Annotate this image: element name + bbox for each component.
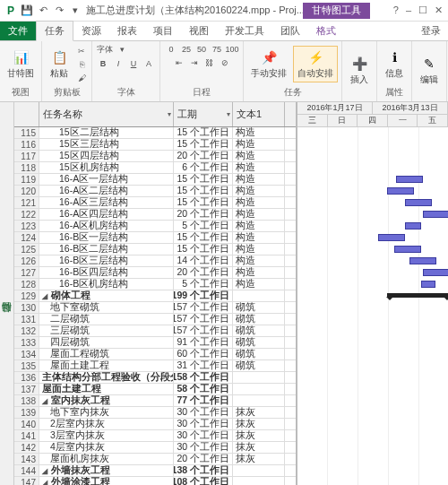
gantt-bar[interactable]	[387, 187, 414, 195]
text1-cell[interactable]	[233, 465, 285, 476]
row-id[interactable]: 141	[14, 430, 39, 441]
bold-button[interactable]: B	[96, 57, 110, 70]
row-id[interactable]: 138	[14, 395, 39, 406]
task-name-cell[interactable]: 16-A区二层结构	[39, 186, 174, 196]
tab-format[interactable]: 格式	[308, 22, 344, 40]
table-row[interactable]: 12316-A区机房结构5 个工作日构造	[14, 221, 296, 232]
table-row[interactable]: 12716-B区四层结构20 个工作日构造	[14, 267, 296, 279]
task-name-cell[interactable]: 二层砌筑	[39, 314, 174, 325]
text1-cell[interactable]: 构造	[233, 151, 285, 161]
task-name-cell[interactable]: ◢砌体工程	[39, 290, 174, 301]
task-name-cell[interactable]: 16-A区一层结构	[39, 174, 174, 185]
task-name-cell[interactable]: ◢外墙抹灰工程	[39, 465, 174, 476]
text1-cell[interactable]: 抹灰	[233, 442, 285, 453]
task-name-cell[interactable]: 15区四层结构	[39, 151, 174, 161]
minimize-icon[interactable]: –	[406, 4, 411, 16]
row-id[interactable]: 130	[14, 302, 39, 313]
table-row[interactable]: 11815区机房结构6 个工作日构造	[14, 162, 296, 174]
col-id[interactable]	[14, 102, 39, 126]
redo-icon[interactable]: ↷	[52, 4, 66, 18]
pct-50-icon[interactable]: 50	[194, 43, 209, 56]
col-duration[interactable]: 工期▾	[174, 102, 233, 126]
table-row[interactable]: 143屋面机房抹灰20 个工作日抹灰	[14, 454, 296, 465]
text1-cell[interactable]: 构造	[233, 267, 285, 278]
collapse-icon[interactable]: ◢	[42, 397, 50, 405]
row-id[interactable]: 131	[14, 314, 39, 325]
gantt-bar[interactable]	[423, 211, 448, 218]
gantt-bar[interactable]	[396, 176, 423, 183]
grid-body[interactable]: 11515区二层结构15 个工作日构造11615区三层结构15 个工作日构造11…	[14, 127, 296, 485]
info-button[interactable]: ℹ信息	[381, 47, 408, 82]
task-name-cell[interactable]: 15区机房结构	[39, 162, 174, 173]
duration-cell[interactable]: 138 个工作日	[174, 465, 233, 476]
duration-cell[interactable]: 5 个工作日	[174, 221, 233, 231]
unlink-icon[interactable]: ⊘	[218, 56, 232, 69]
duration-cell[interactable]: 6 个工作日	[174, 162, 233, 173]
row-id[interactable]: 139	[14, 407, 39, 418]
row-id[interactable]: 134	[14, 349, 39, 359]
table-row[interactable]: 134屋面工程砌筑60 个工作日砌筑	[14, 349, 296, 360]
table-row[interactable]: 144◢外墙抹灰工程138 个工作日	[14, 465, 296, 477]
table-row[interactable]: 12416-B区一层结构15 个工作日构造	[14, 232, 296, 244]
table-row[interactable]: 12216-A区四层结构20 个工作日构造	[14, 209, 296, 221]
gantt-view-button[interactable]: 📊甘特图	[4, 47, 38, 82]
task-name-cell[interactable]: 4层室内抹灰	[39, 442, 174, 453]
view-side-label[interactable]: 甘特图	[0, 102, 14, 485]
copy-icon[interactable]: ⎘	[75, 58, 88, 71]
row-id[interactable]: 126	[14, 255, 39, 266]
text1-cell[interactable]: 抹灰	[233, 419, 285, 429]
task-name-cell[interactable]: ◢外墙涂漆工程	[39, 477, 174, 485]
edit-button[interactable]: ✎编辑	[416, 53, 443, 88]
text1-cell[interactable]: 构造	[233, 127, 285, 138]
task-name-cell[interactable]: 地下室内抹灰	[39, 407, 174, 418]
table-row[interactable]: 129◢砌体工程199 个工作日	[14, 290, 296, 302]
duration-cell[interactable]: 30 个工作日	[174, 430, 233, 441]
task-name-cell[interactable]: 16-B区机房结构	[39, 279, 174, 290]
tab-task[interactable]: 任务	[36, 21, 73, 41]
task-name-cell[interactable]: 屋面机房抹灰	[39, 454, 174, 464]
table-row[interactable]: 135屋面土建工程31 个工作日砌筑	[14, 360, 296, 372]
row-id[interactable]: 147	[14, 477, 39, 485]
duration-cell[interactable]: 157 个工作日	[174, 325, 233, 336]
row-id[interactable]: 127	[14, 267, 39, 278]
duration-cell[interactable]: 60 个工作日	[174, 349, 233, 359]
duration-cell[interactable]: 30 个工作日	[174, 442, 233, 453]
gantt-bar[interactable]	[405, 199, 432, 206]
duration-cell[interactable]: 20 个工作日	[174, 454, 233, 464]
tab-file[interactable]: 文件	[0, 22, 36, 40]
row-id[interactable]: 137	[14, 384, 39, 394]
save-icon[interactable]: 💾	[20, 4, 34, 18]
row-id[interactable]: 115	[14, 127, 39, 138]
table-row[interactable]: 12116-A区三层结构15 个工作日构造	[14, 197, 296, 209]
task-name-cell[interactable]: 地下室砌筑	[39, 302, 174, 313]
chevron-down-icon[interactable]: ▾	[227, 110, 230, 118]
text1-cell[interactable]: 抹灰	[233, 430, 285, 441]
task-name-cell[interactable]: 16-A区机房结构	[39, 221, 174, 231]
row-id[interactable]: 133	[14, 337, 39, 348]
text1-cell[interactable]	[233, 290, 285, 301]
format-painter-icon[interactable]: 🖌	[75, 72, 88, 84]
manual-schedule-button[interactable]: 📌手动安排	[247, 47, 290, 82]
pct-100-icon[interactable]: 100	[225, 43, 239, 56]
task-name-cell[interactable]: 16-B区三层结构	[39, 255, 174, 266]
link-icon[interactable]: ⛓	[202, 56, 217, 69]
task-name-cell[interactable]: 三层砌筑	[39, 325, 174, 336]
task-name-cell[interactable]: 16-B区四层结构	[39, 267, 174, 278]
table-row[interactable]: 12516-B区二层结构15 个工作日构造	[14, 244, 296, 255]
gantt-bar[interactable]	[409, 257, 436, 264]
duration-cell[interactable]: 58 个工作日	[174, 384, 233, 394]
tab-resource[interactable]: 资源	[73, 22, 109, 40]
text1-cell[interactable]: 构造	[233, 279, 285, 290]
collapse-icon[interactable]: ◢	[42, 467, 50, 475]
duration-cell[interactable]: 77 个工作日	[174, 395, 233, 406]
text1-cell[interactable]: 构造	[233, 186, 285, 196]
task-name-cell[interactable]: 15区三层结构	[39, 139, 174, 150]
task-name-cell[interactable]: 3层室内抹灰	[39, 430, 174, 441]
duration-cell[interactable]: 199 个工作日	[174, 290, 233, 301]
table-row[interactable]: 11615区三层结构15 个工作日构造	[14, 139, 296, 151]
task-name-cell[interactable]: 屋面工程砌筑	[39, 349, 174, 359]
table-row[interactable]: 11715区四层结构20 个工作日构造	[14, 151, 296, 162]
table-row[interactable]: 137屋面土建工程58 个工作日	[14, 384, 296, 395]
outdent-icon[interactable]: ⇤	[172, 56, 186, 69]
text1-cell[interactable]: 砌筑	[233, 349, 285, 359]
